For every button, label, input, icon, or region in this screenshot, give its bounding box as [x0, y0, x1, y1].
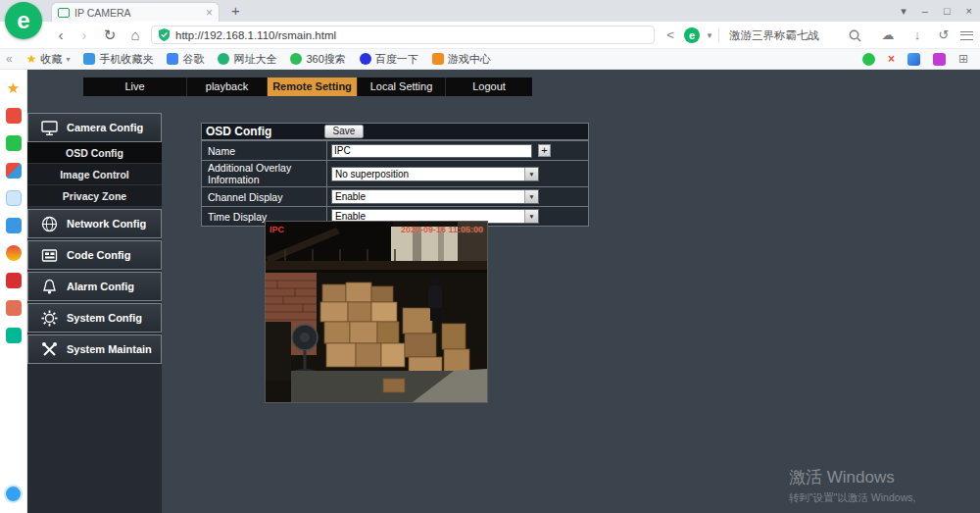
monitor-icon [41, 120, 58, 136]
settings-sidebar: Camera Config OSD Config Image Control P… [27, 113, 162, 513]
osd-config-table: Name + Additional Overlay Information No… [201, 140, 589, 227]
overlay-info-select[interactable]: No superposition ▼ [331, 167, 539, 181]
warehouse-scene-image [266, 222, 487, 402]
sidebar-group-label: Code Config [67, 249, 130, 261]
forward-icon[interactable]: › [74, 22, 94, 49]
bookmark-google[interactable]: 谷歌 [167, 52, 204, 67]
new-tab-button[interactable]: + [231, 0, 240, 22]
sidebar-group-alarm-config[interactable]: Alarm Config [27, 272, 162, 301]
minimize-icon[interactable]: – [922, 5, 928, 17]
bookmark-game-center[interactable]: 游戏中心 [432, 52, 491, 67]
table-row: Name + [202, 141, 589, 161]
side-app-icon-7[interactable] [6, 273, 22, 288]
side-app-icon-8[interactable] [6, 300, 22, 316]
side-app-icon-1[interactable] [6, 108, 22, 124]
row-label: Channel Display [202, 187, 327, 207]
url-text: http://192.168.1.110/rsmain.html [175, 29, 336, 41]
home-icon[interactable]: ⌂ [125, 22, 145, 49]
refresh-icon[interactable]: ↻ [100, 22, 120, 49]
menu-icon[interactable] [960, 31, 973, 40]
bookmark-label: 百度一下 [375, 52, 418, 67]
side-app-icon-4[interactable] [6, 190, 22, 206]
tab-logout[interactable]: Logout [446, 77, 532, 96]
activate-windows-watermark: 激活 Windows 转到"设置"以激活 Windows, [789, 466, 915, 505]
code-box-icon [41, 247, 58, 264]
bookmark-favorites[interactable]: ★ 收藏 ▾ [26, 52, 71, 67]
add-button[interactable]: + [538, 144, 551, 157]
camera-preview[interactable]: IPC 2020-09-16 11:05:00 [265, 221, 488, 403]
sidebar-group-label: Network Config [67, 218, 146, 230]
share-icon[interactable]: < [662, 22, 678, 49]
sidebar-group-system-config[interactable]: System Config [27, 303, 162, 333]
side-app-icon-6[interactable] [6, 245, 22, 261]
tab-live[interactable]: Live [83, 77, 187, 96]
search-hotword[interactable]: 激游三界称霸七战 [729, 22, 819, 49]
back-icon[interactable]: ‹ [51, 22, 71, 49]
extension-icon-1[interactable] [862, 53, 875, 66]
tab-playback[interactable]: playback [187, 77, 268, 96]
alarm-bell-icon [41, 279, 58, 295]
sidebar-group-label: Alarm Config [67, 281, 134, 292]
search-icon[interactable] [849, 29, 861, 42]
sidebar-item-privacy-zone[interactable]: Privacy Zone [27, 185, 162, 207]
extension-icon-3[interactable] [907, 53, 920, 66]
divider [718, 28, 719, 42]
chevron-down-icon: ▼ [524, 190, 538, 203]
skin-icon[interactable]: ▾ [901, 5, 906, 18]
side-app-icon-5[interactable] [6, 218, 22, 233]
sidebar-group-label: System Config [67, 312, 142, 324]
watermark-line2: 转到"设置"以激活 Windows, [789, 491, 915, 505]
bookmark-icon [432, 53, 444, 65]
maximize-icon[interactable]: □ [944, 5, 951, 17]
close-window-icon[interactable]: × [966, 5, 972, 17]
bookmark-label: 网址大全 [233, 52, 276, 67]
tab-remote-setting[interactable]: Remote Setting [268, 77, 358, 96]
caret-down-icon[interactable]: ▾ [704, 22, 715, 49]
history-icon[interactable]: ↺ [936, 22, 952, 49]
cloud-sync-icon[interactable]: ☁ [880, 22, 896, 49]
browser-e-icon[interactable]: e [684, 27, 700, 43]
bookmark-label: 手机收藏夹 [99, 52, 153, 67]
bookmark-baidu[interactable]: 百度一下 [360, 52, 418, 67]
sidebar-group-network-config[interactable]: Network Config [27, 209, 162, 238]
collapse-left-icon[interactable]: « [6, 52, 13, 66]
bookmark-360-search[interactable]: 360搜索 [290, 52, 345, 67]
bookmarks-bar: « ★ 收藏 ▾ 手机收藏夹 谷歌 网址大全 360搜索 百度一下 游戏中心 [0, 49, 980, 70]
bookmark-site-directory[interactable]: 网址大全 [218, 52, 276, 67]
sidebar-group-camera-config[interactable]: Camera Config [27, 113, 162, 142]
tab-title: IP CAMERA [74, 7, 201, 19]
side-app-icon-9[interactable] [6, 328, 22, 343]
bookmark-icon [290, 53, 302, 65]
browser-tab[interactable]: IP CAMERA × [51, 2, 220, 22]
sidebar-group-code-config[interactable]: Code Config [27, 240, 162, 270]
side-app-icon-3[interactable] [6, 163, 22, 179]
name-input[interactable] [331, 144, 532, 158]
favorites-star-icon[interactable]: ★ [7, 80, 20, 96]
browser-tab-bar: IP CAMERA × + ▾ – □ × [0, 0, 980, 22]
address-bar: ‹ › ↻ ⌂ http://192.168.1.110/rsmain.html… [0, 22, 980, 49]
side-app-icon-2[interactable] [6, 135, 22, 151]
table-row: Additional Overlay Information No superp… [202, 161, 589, 187]
assistant-bubble-icon[interactable] [4, 485, 23, 503]
tab-local-setting[interactable]: Local Setting [358, 77, 446, 96]
extension-icon-4[interactable] [933, 53, 946, 66]
bookmark-mobile-favorites[interactable]: 手机收藏夹 [83, 52, 153, 67]
chevron-down-icon: ▾ [66, 55, 70, 64]
save-button[interactable]: Save [324, 125, 364, 138]
apps-grid-icon[interactable]: ⊞ [958, 53, 968, 66]
sidebar-item-image-control[interactable]: Image Control [27, 164, 162, 185]
url-box[interactable]: http://192.168.1.110/rsmain.html [151, 26, 655, 44]
channel-display-select[interactable]: Enable ▼ [331, 189, 539, 204]
select-value: Enable [332, 190, 524, 203]
sidebar-group-system-maintain[interactable]: System Maintain [27, 334, 162, 364]
tab-close-icon[interactable]: × [206, 6, 213, 20]
tools-icon [41, 341, 58, 358]
bookmark-label: 游戏中心 [448, 52, 491, 67]
download-icon[interactable]: ↓ [909, 22, 925, 49]
sidebar-item-osd-config[interactable]: OSD Config [27, 142, 162, 164]
panel-title: OSD Config [206, 125, 271, 138]
extension-icon-2[interactable]: × [888, 53, 895, 66]
bookmark-icon [83, 53, 95, 65]
chevron-down-icon: ▼ [524, 210, 538, 223]
browser-logo-icon[interactable]: e [5, 2, 42, 39]
